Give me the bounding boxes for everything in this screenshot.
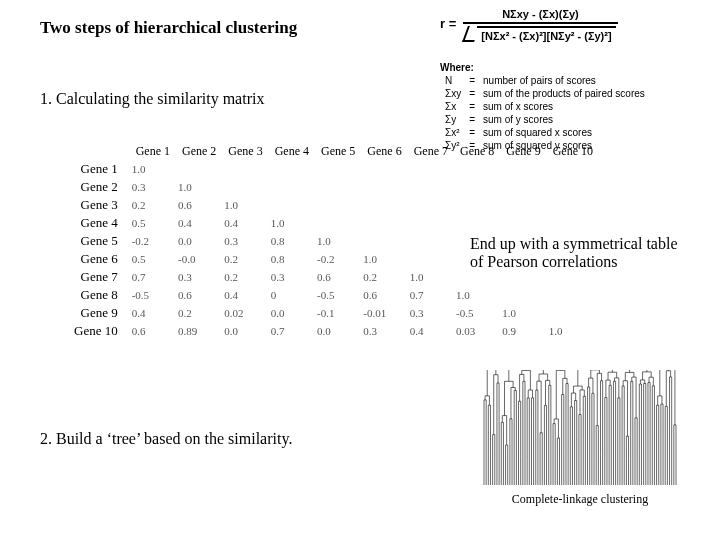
matrix-cell: 1.0 (498, 304, 544, 322)
step-1-heading: 1. Calculating the similarity matrix (40, 90, 264, 108)
matrix-col-header: Gene 6 (367, 144, 401, 158)
similarity-matrix: Gene 1Gene 2Gene 3Gene 4Gene 5Gene 6Gene… (70, 120, 597, 340)
matrix-cell: -0.0 (174, 250, 220, 268)
matrix-cell: 0.3 (406, 304, 452, 322)
matrix-col-header: Gene 2 (182, 144, 216, 158)
matrix-row-header: Gene 1 (70, 160, 128, 178)
matrix-row-header: Gene 7 (70, 268, 128, 286)
matrix-cell: 0.8 (267, 232, 313, 250)
where-desc: sum of the products of paired scores (480, 88, 648, 99)
matrix-cell: 0.6 (174, 196, 220, 214)
dendrogram-icon (480, 370, 680, 490)
where-symbol: Σxy (442, 88, 464, 99)
matrix-cell: -0.2 (128, 232, 174, 250)
matrix-cell: 0.2 (128, 196, 174, 214)
matrix-row-header: Gene 3 (70, 196, 128, 214)
step-2-heading: 2. Build a ‘tree’ based on the similarit… (40, 430, 292, 448)
dendrogram-figure: Complete-linkage clustering (480, 370, 680, 507)
matrix-cell: 0.3 (359, 322, 405, 340)
matrix-cell: 1.0 (267, 214, 313, 232)
matrix-cell: 0.7 (406, 286, 452, 304)
matrix-cell: 0.89 (174, 322, 220, 340)
matrix-cell: 0.2 (220, 268, 266, 286)
matrix-cell: 1.0 (406, 268, 452, 286)
matrix-cell: 0.2 (359, 268, 405, 286)
matrix-row-header: Gene 6 (70, 250, 128, 268)
where-desc: number of pairs of scores (480, 75, 648, 86)
matrix-cell: 0.8 (267, 250, 313, 268)
matrix-row-header: Gene 5 (70, 232, 128, 250)
matrix-cell: 1.0 (174, 178, 220, 196)
where-symbol: Σx² (442, 127, 464, 138)
matrix-row-header: Gene 8 (70, 286, 128, 304)
where-desc: sum of x scores (480, 101, 648, 112)
matrix-cell: 0.3 (220, 232, 266, 250)
matrix-cell: 0.4 (220, 286, 266, 304)
matrix-cell: 0.4 (220, 214, 266, 232)
matrix-col-header: Gene 1 (136, 144, 170, 158)
where-label: Where: (440, 62, 650, 73)
matrix-col-header: Gene 5 (321, 144, 355, 158)
matrix-cell: 0.02 (220, 304, 266, 322)
matrix-row-header: Gene 9 (70, 304, 128, 322)
slide-title: Two steps of hierarchical clustering (40, 18, 297, 38)
formula-r-label: r = (440, 16, 456, 31)
matrix-cell: 0.6 (174, 286, 220, 304)
matrix-cell: 0.03 (452, 322, 498, 340)
matrix-row-header: Gene 4 (70, 214, 128, 232)
matrix-cell: -0.5 (452, 304, 498, 322)
matrix-cell: 1.0 (313, 232, 359, 250)
matrix-cell: 0.3 (267, 268, 313, 286)
matrix-cell: 0.7 (128, 268, 174, 286)
where-symbol: N (442, 75, 464, 86)
matrix-cell: 0.3 (174, 268, 220, 286)
matrix-row-header: Gene 2 (70, 178, 128, 196)
matrix-cell: 0.4 (406, 322, 452, 340)
matrix-cell: 1.0 (359, 250, 405, 268)
matrix-cell: 0.0 (313, 322, 359, 340)
matrix-cell: 0.7 (267, 322, 313, 340)
matrix-cell: 0.0 (220, 322, 266, 340)
matrix-cell: -0.01 (359, 304, 405, 322)
matrix-cell: 0 (267, 286, 313, 304)
formula-numerator: NΣxy - (Σx)(Σy) (463, 8, 617, 24)
matrix-row-header: Gene 10 (70, 322, 128, 340)
matrix-col-header: Gene 4 (275, 144, 309, 158)
matrix-cell: 0.5 (128, 214, 174, 232)
where-desc: sum of squared y scores (480, 140, 648, 151)
matrix-cell: -0.5 (128, 286, 174, 304)
matrix-cell: 0.0 (267, 304, 313, 322)
where-desc: sum of y scores (480, 114, 648, 125)
dendrogram-caption: Complete-linkage clustering (480, 492, 680, 507)
formula-denominator: [NΣx² - (Σx)²][NΣy² - (Σy)²] (477, 26, 615, 42)
matrix-cell: 1.0 (128, 160, 174, 178)
matrix-cell: 1.0 (220, 196, 266, 214)
where-symbol: Σy (442, 114, 464, 125)
where-desc: sum of squared x scores (480, 127, 648, 138)
where-symbol: Σx (442, 101, 464, 112)
matrix-cell: 0.5 (128, 250, 174, 268)
pearson-formula: r = NΣxy - (Σx)(Σy) [NΣx² - (Σx)²][NΣy² … (440, 8, 618, 42)
matrix-cell: 0.3 (128, 178, 174, 196)
matrix-cell: 1.0 (452, 286, 498, 304)
matrix-cell: 0.0 (174, 232, 220, 250)
matrix-cell: -0.5 (313, 286, 359, 304)
matrix-cell: 0.2 (220, 250, 266, 268)
matrix-cell: 0.9 (498, 322, 544, 340)
matrix-col-header: Gene 3 (228, 144, 262, 158)
matrix-cell: 0.6 (313, 268, 359, 286)
where-legend: Where: N=number of pairs of scoresΣxy=su… (440, 62, 650, 153)
matrix-cell: 0.6 (128, 322, 174, 340)
matrix-cell: 0.6 (359, 286, 405, 304)
matrix-cell: -0.2 (313, 250, 359, 268)
matrix-cell: 1.0 (545, 322, 597, 340)
matrix-cell: -0.1 (313, 304, 359, 322)
matrix-cell: 0.2 (174, 304, 220, 322)
matrix-cell: 0.4 (128, 304, 174, 322)
where-symbol: Σy² (442, 140, 464, 151)
matrix-cell: 0.4 (174, 214, 220, 232)
result-summary: End up with a symmetrical table of Pears… (470, 235, 680, 271)
